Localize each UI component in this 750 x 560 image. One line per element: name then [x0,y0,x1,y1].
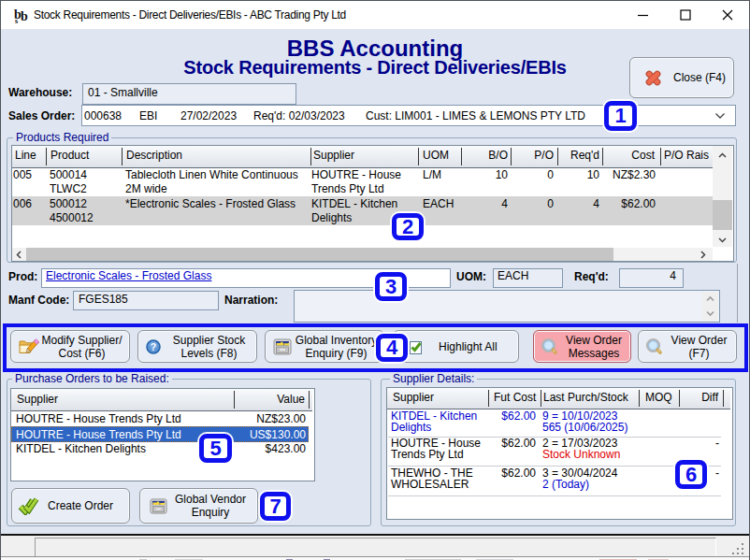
svg-text:s: s [15,17,18,24]
svg-text:b: b [21,9,28,23]
svg-text:?: ? [151,341,156,352]
